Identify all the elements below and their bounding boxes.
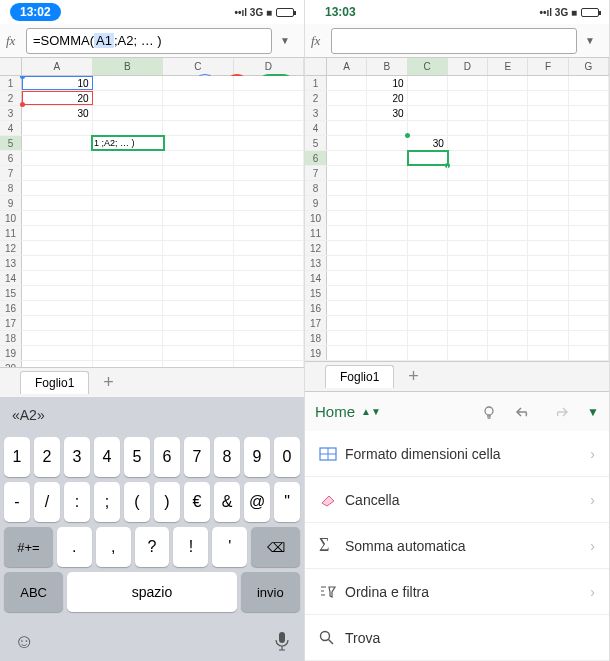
key-enter[interactable]: invio — [241, 572, 300, 612]
key-slash[interactable]: / — [34, 482, 60, 522]
key-abc[interactable]: ABC — [4, 572, 63, 612]
key-8[interactable]: 8 — [214, 437, 240, 477]
keyboard-suggestion[interactable]: «A2» — [0, 397, 304, 433]
key-4[interactable]: 4 — [94, 437, 120, 477]
status-bar: 13:03 ••ıl 3G ■ — [305, 0, 609, 24]
key-amp[interactable]: & — [214, 482, 240, 522]
keyboard-bottom: ☺ — [0, 621, 304, 661]
ribbon-bar: Home ▲▼ ▼ — [305, 391, 609, 431]
key-1[interactable]: 1 — [4, 437, 30, 477]
col-C[interactable]: C — [163, 58, 234, 75]
sheet-tab[interactable]: Foglio1 — [20, 371, 89, 394]
menu-find[interactable]: Trova — [305, 615, 609, 661]
network-label: ••ıl 3G ■ — [539, 7, 577, 18]
key-euro[interactable]: € — [184, 482, 210, 522]
cell-C6[interactable] — [408, 151, 448, 165]
add-sheet-button[interactable]: + — [89, 372, 128, 393]
status-time: 13:02 — [10, 3, 61, 21]
collapse-ribbon-button[interactable]: ▼ — [587, 405, 599, 419]
key-0[interactable]: 0 — [274, 437, 300, 477]
battery-icon — [581, 8, 599, 17]
column-headers: A B C D E F G — [305, 58, 609, 76]
key-dash[interactable]: - — [4, 482, 30, 522]
spreadsheet-grid[interactable]: 110 220 330 4 530 6 7 8 9 10 11 12 13 14… — [305, 76, 609, 361]
key-semicolon[interactable]: ; — [94, 482, 120, 522]
svg-point-8 — [485, 407, 493, 415]
sheet-tabs: Foglio1 + — [0, 367, 304, 397]
fx-icon: fx — [311, 33, 331, 49]
key-7[interactable]: 7 — [184, 437, 210, 477]
key-5[interactable]: 5 — [124, 437, 150, 477]
formula-input[interactable]: =SOMMA(A1 ;A2; … ) — [26, 28, 272, 54]
key-at[interactable]: @ — [244, 482, 270, 522]
cell-C5[interactable]: 30 — [408, 136, 448, 150]
eraser-icon — [319, 493, 345, 507]
fx-icon: fx — [6, 33, 26, 49]
keyboard: 1 2 3 4 5 6 7 8 9 0 - / : ; ( ) € & @ " … — [0, 433, 304, 621]
ribbon-menu: Formato dimensioni cella› Cancella› Σ So… — [305, 431, 609, 661]
ribbon-home-dropdown[interactable]: Home ▲▼ — [315, 403, 381, 420]
redo-button[interactable] — [551, 405, 569, 419]
formula-dropdown[interactable]: ▼ — [272, 35, 298, 46]
spreadsheet-grid[interactable]: 110 220 330 4 51 ;A2; … ) 6 7 8 9 10 11 … — [0, 76, 304, 367]
key-symbols[interactable]: #+= — [4, 527, 53, 567]
key-question[interactable]: ? — [135, 527, 170, 567]
key-backspace[interactable]: ⌫ — [251, 527, 300, 567]
screen-left: 13:02 ••ıl 3G ■ fx =SOMMA(A1 ;A2; … ) ▼ … — [0, 0, 305, 661]
formula-input[interactable] — [331, 28, 577, 54]
undo-button[interactable] — [515, 405, 533, 419]
status-time: 13:03 — [315, 3, 366, 21]
svg-rect-7 — [279, 632, 285, 643]
screen-right: 13:03 ••ıl 3G ■ fx ▼ A B C D E F G 110 2… — [305, 0, 610, 661]
network-label: ••ıl 3G ■ — [234, 7, 272, 18]
formula-bar: fx ▼ — [305, 24, 609, 58]
menu-cell-format[interactable]: Formato dimensioni cella› — [305, 431, 609, 477]
status-bar: 13:02 ••ıl 3G ■ — [0, 0, 304, 24]
filter-icon — [319, 585, 345, 599]
svg-point-12 — [321, 631, 330, 640]
key-rparen[interactable]: ) — [154, 482, 180, 522]
key-comma[interactable]: , — [96, 527, 131, 567]
key-exclaim[interactable]: ! — [173, 527, 208, 567]
key-6[interactable]: 6 — [154, 437, 180, 477]
formula-bar: fx =SOMMA(A1 ;A2; … ) ▼ — [0, 24, 304, 58]
key-9[interactable]: 9 — [244, 437, 270, 477]
cell-A2[interactable]: 20 — [22, 91, 93, 105]
search-icon — [319, 630, 345, 646]
key-space[interactable]: spazio — [67, 572, 236, 612]
key-quote[interactable]: " — [274, 482, 300, 522]
sheet-tab[interactable]: Foglio1 — [325, 365, 394, 388]
key-3[interactable]: 3 — [64, 437, 90, 477]
menu-autosum[interactable]: Σ Somma automatica› — [305, 523, 609, 569]
menu-clear[interactable]: Cancella› — [305, 477, 609, 523]
battery-icon — [276, 8, 294, 17]
key-colon[interactable]: : — [64, 482, 90, 522]
key-apos[interactable]: ' — [212, 527, 247, 567]
cell-B5[interactable]: 1 ;A2; … ) — [92, 136, 164, 150]
add-sheet-button[interactable]: + — [394, 366, 433, 387]
key-lparen[interactable]: ( — [124, 482, 150, 522]
cell-format-icon — [319, 447, 345, 461]
col-B[interactable]: B — [93, 58, 164, 75]
menu-sort-filter[interactable]: Ordina e filtra› — [305, 569, 609, 615]
emoji-button[interactable]: ☺ — [14, 630, 34, 653]
mic-button[interactable] — [274, 631, 290, 651]
key-2[interactable]: 2 — [34, 437, 60, 477]
cell-A3[interactable]: 30 — [22, 106, 93, 120]
key-period[interactable]: . — [57, 527, 92, 567]
lightbulb-icon[interactable] — [481, 404, 497, 420]
sigma-icon: Σ — [319, 535, 345, 556]
cell-A1[interactable]: 10 — [22, 76, 93, 90]
sheet-tabs: Foglio1 + — [305, 361, 609, 391]
col-D[interactable]: D — [234, 58, 305, 75]
col-A[interactable]: A — [22, 58, 93, 75]
formula-dropdown[interactable]: ▼ — [577, 35, 603, 46]
svg-line-13 — [329, 639, 334, 644]
